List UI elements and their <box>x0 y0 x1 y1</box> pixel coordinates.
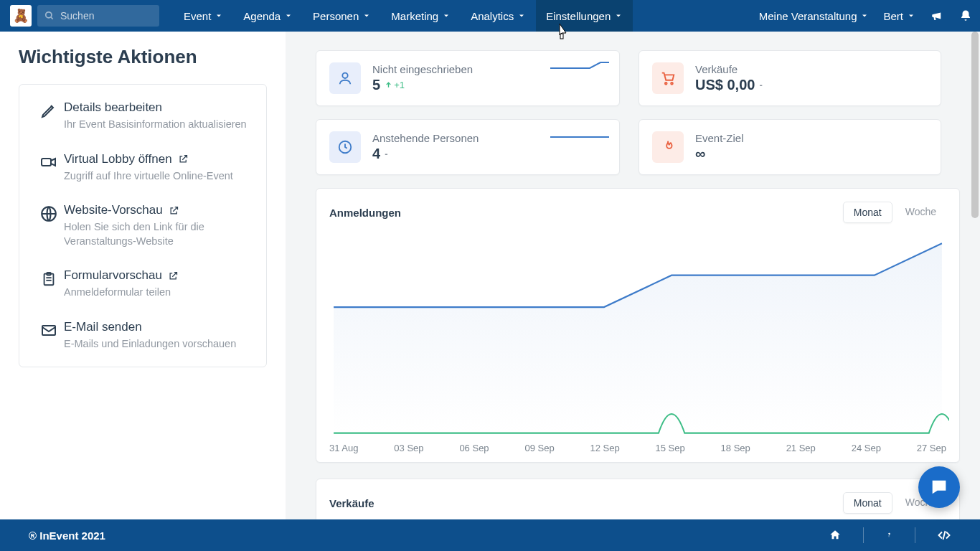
toggle-month[interactable]: Monat <box>843 202 892 223</box>
clipboard-icon <box>34 268 64 300</box>
user-menu[interactable]: Bert <box>876 0 923 32</box>
svg-line-1 <box>51 17 53 19</box>
search-input[interactable]: Suchen <box>37 5 159 27</box>
cart-icon <box>652 62 684 94</box>
action-title: Virtual Lobby öffnen <box>64 152 252 166</box>
toggle-month[interactable]: Monat <box>843 492 892 514</box>
megaphone-icon <box>930 9 943 22</box>
chevron-down-icon <box>614 11 623 20</box>
panel-registrations: Anmeldungen Monat Woche 31 Aug03 Sep06 S… <box>316 188 960 463</box>
sidebar: Wichtigste Aktionen Details bearbeitenIh… <box>0 32 286 519</box>
action-pencil[interactable]: Details bearbeitenIhr Event Basisinforma… <box>22 90 263 142</box>
chart-x-axis: 31 Aug03 Sep06 Sep09 Sep12 Sep15 Sep18 S… <box>326 443 949 456</box>
kpi-pending[interactable]: Anstehende Personen 4- <box>316 119 620 175</box>
panel-sales: Verkäufe Monat Woche <box>316 479 960 519</box>
user-icon <box>329 62 361 94</box>
panel-title: Anmeldungen <box>329 207 401 219</box>
action-subtitle: Holen Sie sich den Link für die Veransta… <box>64 220 252 248</box>
search-placeholder: Suchen <box>60 10 94 22</box>
external-link-icon <box>168 270 179 281</box>
action-clipboard[interactable]: Formularvorschau Anmeldeformular teilen <box>22 258 263 310</box>
svg-point-0 <box>46 12 52 18</box>
chevron-down-icon <box>442 11 451 20</box>
arrow-up-icon <box>385 81 392 89</box>
nav-analytics[interactable]: Analytics <box>461 0 536 32</box>
action-subtitle: Zugriff auf Ihre virtuelle Online-Event <box>64 169 252 184</box>
mail-icon <box>34 320 64 352</box>
action-subtitle: Anmeldeformular teilen <box>64 286 252 300</box>
kpi-value: 5 <box>372 77 380 93</box>
top-nav: 🧸 Suchen EventAgendaPersonenMarketingAna… <box>0 0 980 32</box>
footer-text: ® InEvent 2021 <box>29 529 105 542</box>
svg-rect-2 <box>42 159 51 166</box>
main-menu: EventAgendaPersonenMarketingAnalyticsEin… <box>174 0 633 32</box>
sparkline <box>550 58 609 72</box>
svg-point-11 <box>671 83 673 85</box>
nav-personen[interactable]: Personen <box>303 0 381 32</box>
sparkline <box>550 127 609 141</box>
action-globe[interactable]: Website-Vorschau Holen Sie sich den Link… <box>22 193 263 258</box>
svg-rect-8 <box>42 326 55 335</box>
main: Wichtigste Aktionen Details bearbeitenIh… <box>0 32 980 519</box>
my-event-menu[interactable]: Meine Veranstaltung <box>752 0 877 32</box>
kpi-goal[interactable]: Event-Ziel ∞ <box>639 119 941 175</box>
globe-icon <box>34 203 64 248</box>
footer: ® InEvent 2021 <box>0 519 980 551</box>
kpi-value: ∞ <box>695 146 705 162</box>
chat-icon <box>929 477 949 497</box>
chevron-down-icon <box>362 11 371 20</box>
content: Nicht eingeschrieben 5 +1 Verkä <box>286 32 980 519</box>
nav-agenda[interactable]: Agenda <box>233 0 303 32</box>
logo[interactable]: 🧸 <box>10 5 32 27</box>
home-icon[interactable] <box>829 529 842 542</box>
chevron-down-icon <box>284 11 293 20</box>
nav-event[interactable]: Event <box>174 0 233 32</box>
announce-button[interactable] <box>923 0 951 32</box>
panel-title: Verkäufe <box>329 497 374 509</box>
action-title: Website-Vorschau <box>64 203 252 217</box>
svg-point-9 <box>342 73 347 78</box>
action-subtitle: E-Mails und Einladungen vorschauen <box>64 337 252 352</box>
nav-einstellungen[interactable]: Einstellungen <box>536 0 633 32</box>
kpi-sales[interactable]: Verkäufe US$ 0,00- <box>639 50 941 106</box>
kpi-delta: +1 <box>385 80 405 90</box>
help-icon[interactable] <box>885 529 893 542</box>
top-right: Meine Veranstaltung Bert <box>752 0 980 32</box>
scrollbar[interactable] <box>971 32 979 218</box>
toggle-week[interactable]: Woche <box>895 202 946 223</box>
action-title: Details bearbeiten <box>64 100 252 115</box>
chevron-down-icon <box>215 11 223 20</box>
action-mail[interactable]: E-Mail sendenE-Mails und Einladungen vor… <box>22 310 263 362</box>
video-icon <box>34 152 64 184</box>
chevron-down-icon <box>860 11 869 20</box>
kpi-label: Verkäufe <box>695 63 763 75</box>
action-title: Formularvorschau <box>64 268 252 283</box>
notifications-button[interactable] <box>951 0 980 32</box>
pencil-icon <box>34 100 64 132</box>
chat-fab[interactable] <box>918 466 960 508</box>
page-title: Wichtigste Aktionen <box>19 46 267 68</box>
external-link-icon <box>178 154 189 164</box>
kpi-label: Anstehende Personen <box>372 132 479 144</box>
chevron-down-icon <box>517 11 526 20</box>
code-icon[interactable] <box>937 529 951 542</box>
clock-icon <box>329 131 361 163</box>
external-link-icon <box>169 205 179 216</box>
user-label: Bert <box>883 10 903 22</box>
nav-marketing[interactable]: Marketing <box>381 0 461 32</box>
kpi-value: US$ 0,00 <box>695 77 755 93</box>
chevron-down-icon <box>907 11 915 20</box>
kpi-value: 4 <box>372 146 380 162</box>
action-title: E-Mail senden <box>64 320 252 334</box>
bell-icon <box>959 9 972 22</box>
search-icon <box>44 11 55 21</box>
svg-point-10 <box>665 83 667 85</box>
actions-list: Details bearbeitenIhr Event Basisinforma… <box>19 84 267 367</box>
kpi-label: Event-Ziel <box>695 132 744 144</box>
action-subtitle: Ihr Event Basisinformation aktualisieren <box>64 118 252 132</box>
kpi-not-enrolled[interactable]: Nicht eingeschrieben 5 +1 <box>316 50 620 106</box>
my-event-label: Meine Veranstaltung <box>759 10 857 22</box>
action-video[interactable]: Virtual Lobby öffnen Zugriff auf Ihre vi… <box>22 142 263 194</box>
registrations-chart <box>326 227 949 443</box>
fire-icon <box>652 131 684 163</box>
